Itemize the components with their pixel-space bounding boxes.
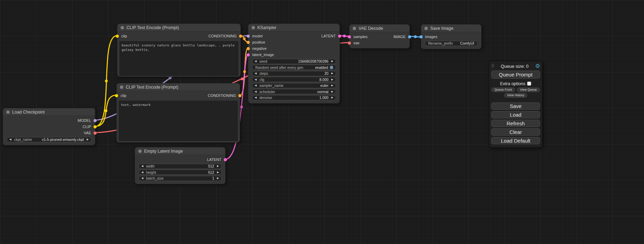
input-port-samples[interactable] bbox=[348, 35, 351, 38]
input-port-clip[interactable] bbox=[115, 94, 118, 97]
settings-gear-icon[interactable]: ⚙ bbox=[535, 63, 540, 69]
toggle-on-indicator[interactable] bbox=[330, 66, 333, 69]
collapse-dot-icon[interactable] bbox=[424, 27, 428, 30]
input-port-negative[interactable] bbox=[247, 47, 250, 50]
increment-arrow-icon[interactable]: ▶ bbox=[331, 84, 333, 87]
input-port-positive[interactable] bbox=[247, 41, 250, 44]
widget-sampler-name[interactable]: ◀ sampler_name euler ▶ bbox=[252, 83, 336, 88]
decrement-arrow-icon[interactable]: ◀ bbox=[255, 60, 257, 63]
increment-arrow-icon[interactable]: ▶ bbox=[217, 165, 219, 168]
collapse-dot-icon[interactable] bbox=[252, 26, 255, 29]
output-port-model[interactable] bbox=[94, 119, 97, 122]
view-queue-button[interactable]: View Queue bbox=[517, 88, 540, 92]
node-header[interactable]: CLIP Text Encode (Prompt) bbox=[117, 24, 240, 31]
prompt-textarea[interactable]: text, watermark bbox=[119, 101, 238, 141]
input-port-vae[interactable] bbox=[348, 42, 351, 45]
node-ksampler[interactable]: KSampler model LATENT positive negative … bbox=[248, 24, 340, 103]
output-port-vae[interactable] bbox=[94, 132, 97, 135]
load-default-button[interactable]: Load Default bbox=[491, 137, 540, 144]
widget-batch-size[interactable]: ◀ batch_size 1 ▶ bbox=[139, 176, 222, 181]
node-load-checkpoint[interactable]: Load Checkpoint MODEL CLIP VAE ◀ ckpt_na… bbox=[3, 108, 95, 145]
input-port-clip[interactable] bbox=[116, 35, 119, 38]
decrement-arrow-icon[interactable]: ◀ bbox=[255, 90, 257, 93]
output-port-clip[interactable] bbox=[94, 125, 97, 128]
widget-value[interactable]: 1 bbox=[212, 176, 214, 180]
collapse-dot-icon[interactable] bbox=[120, 85, 123, 89]
collapse-dot-icon[interactable] bbox=[6, 110, 10, 114]
input-port-images[interactable] bbox=[420, 35, 423, 38]
increment-arrow-icon[interactable]: ▶ bbox=[87, 138, 89, 141]
node-header[interactable]: Load Checkpoint bbox=[3, 108, 95, 116]
increment-arrow-icon[interactable]: ▶ bbox=[331, 78, 333, 81]
widget-value[interactable]: 156680208700286 bbox=[298, 59, 329, 63]
queue-front-button[interactable]: Queue Front bbox=[491, 88, 515, 92]
widget-value[interactable]: 512 bbox=[208, 170, 214, 174]
collapse-dot-icon[interactable] bbox=[121, 26, 124, 29]
drag-handle-icon[interactable]: ⠿ bbox=[491, 64, 494, 69]
node-header[interactable]: Empty Latent Image bbox=[135, 147, 225, 155]
node-clip-text-encode-positive[interactable]: CLIP Text Encode (Prompt) clip CONDITION… bbox=[117, 24, 241, 77]
widget-filename-prefix[interactable]: filename_prefix ComfyUI bbox=[425, 41, 478, 46]
collapse-dot-icon[interactable] bbox=[138, 150, 142, 153]
node-clip-text-encode-negative[interactable]: CLIP Text Encode (Prompt) clip CONDITION… bbox=[116, 83, 240, 143]
decrement-arrow-icon[interactable]: ◀ bbox=[255, 96, 257, 99]
widget-ckpt-name[interactable]: ◀ ckpt_name v1-5-pruned-emaonly.ckpt ▶ bbox=[7, 137, 91, 142]
node-header[interactable]: Save Image bbox=[421, 25, 481, 32]
node-save-image[interactable]: Save Image images filename_prefix ComfyU… bbox=[421, 24, 482, 49]
decrement-arrow-icon[interactable]: ◀ bbox=[141, 177, 143, 180]
increment-arrow-icon[interactable]: ▶ bbox=[217, 171, 219, 174]
widget-seed[interactable]: ◀ seed 156680208700286 ▶ bbox=[252, 59, 336, 64]
widget-value[interactable]: 512 bbox=[208, 164, 214, 168]
prompt-textarea[interactable]: beautiful scenery nature glass bottle la… bbox=[120, 41, 238, 76]
input-port-latent-image[interactable] bbox=[247, 53, 250, 56]
output-port-conditioning[interactable] bbox=[239, 35, 242, 38]
increment-arrow-icon[interactable]: ▶ bbox=[331, 60, 333, 63]
widget-random-seed-toggle[interactable]: Random seed after every gen enabled bbox=[252, 65, 336, 70]
widget-steps[interactable]: ◀ steps 20 ▶ bbox=[252, 71, 336, 76]
widget-value[interactable]: ComfyUI bbox=[460, 41, 474, 45]
node-title: CLIP Text Encode (Prompt) bbox=[126, 85, 178, 90]
increment-arrow-icon[interactable]: ▶ bbox=[331, 90, 333, 93]
save-button[interactable]: Save bbox=[491, 102, 540, 110]
widget-denoise[interactable]: ◀ denoise 1.000 ▶ bbox=[252, 95, 336, 100]
collapse-dot-icon[interactable] bbox=[353, 27, 356, 30]
node-header[interactable]: CLIP Text Encode (Prompt) bbox=[117, 83, 240, 91]
output-port-image[interactable] bbox=[408, 35, 411, 38]
extra-options-checkbox[interactable] bbox=[527, 82, 531, 85]
decrement-arrow-icon[interactable]: ◀ bbox=[9, 138, 11, 141]
increment-arrow-icon[interactable]: ▶ bbox=[331, 72, 333, 75]
widget-width[interactable]: ◀ width 512 ▶ bbox=[139, 164, 222, 169]
widget-scheduler[interactable]: ◀ scheduler normal ▶ bbox=[252, 89, 336, 94]
output-port-conditioning[interactable] bbox=[238, 94, 241, 97]
queue-prompt-button[interactable]: Queue Prompt bbox=[491, 71, 540, 79]
input-port-model[interactable] bbox=[247, 35, 250, 38]
view-history-button[interactable]: View History bbox=[504, 93, 528, 98]
graph-canvas[interactable]: Load Checkpoint MODEL CLIP VAE ◀ ckpt_na… bbox=[0, 0, 644, 244]
widget-cfg[interactable]: ◀ cfg 8.000 ▶ bbox=[252, 77, 336, 82]
decrement-arrow-icon[interactable]: ◀ bbox=[141, 171, 143, 174]
output-port-latent[interactable] bbox=[338, 35, 341, 38]
decrement-arrow-icon[interactable]: ◀ bbox=[255, 78, 257, 81]
output-port-latent[interactable] bbox=[224, 158, 227, 161]
widget-value[interactable]: normal bbox=[317, 90, 328, 94]
increment-arrow-icon[interactable]: ▶ bbox=[217, 177, 219, 180]
widget-label: batch_size bbox=[146, 176, 164, 180]
refresh-button[interactable]: Refresh bbox=[491, 120, 540, 127]
clear-button[interactable]: Clear bbox=[491, 128, 540, 136]
widget-value[interactable]: v1-5-pruned-emaonly.ckpt bbox=[42, 137, 84, 142]
widget-value[interactable]: 1.000 bbox=[319, 96, 328, 100]
widget-height[interactable]: ◀ height 512 ▶ bbox=[139, 170, 222, 175]
increment-arrow-icon[interactable]: ▶ bbox=[331, 96, 333, 99]
node-header[interactable]: VAE Decode bbox=[350, 25, 409, 32]
comfy-menu-panel[interactable]: ⠿ Queue size: 0 ⚙ Queue Prompt Extra opt… bbox=[489, 61, 542, 148]
node-vae-decode[interactable]: VAE Decode samples IMAGE vae bbox=[349, 24, 410, 48]
widget-value[interactable]: 8.000 bbox=[319, 78, 328, 82]
load-button[interactable]: Load bbox=[491, 111, 540, 118]
node-header[interactable]: KSampler bbox=[248, 24, 339, 31]
node-empty-latent-image[interactable]: Empty Latent Image LATENT ◀ width 512 ▶ … bbox=[135, 147, 226, 184]
decrement-arrow-icon[interactable]: ◀ bbox=[255, 84, 257, 87]
decrement-arrow-icon[interactable]: ◀ bbox=[255, 72, 257, 75]
widget-value[interactable]: 20 bbox=[325, 71, 329, 75]
decrement-arrow-icon[interactable]: ◀ bbox=[141, 165, 143, 168]
widget-value[interactable]: euler bbox=[320, 83, 328, 88]
